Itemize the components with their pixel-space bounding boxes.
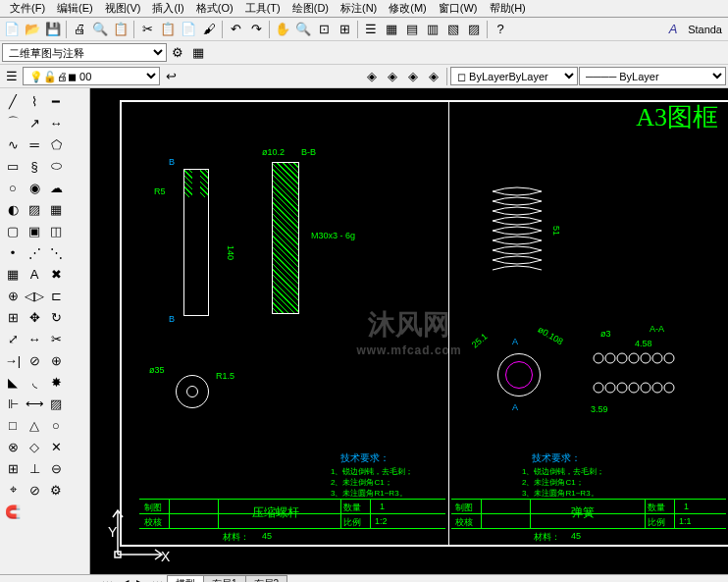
osnap-set-icon[interactable]: ⚙	[46, 480, 66, 500]
zoom-icon[interactable]: 🔍	[293, 20, 313, 39]
osnap-ins-icon[interactable]: ⊞	[3, 458, 23, 478]
layer-combo[interactable]: 💡🔓🖨◼ 00	[23, 67, 160, 85]
array-icon[interactable]: ⊞	[3, 307, 23, 327]
measure-icon[interactable]: ⋱	[46, 242, 66, 262]
lyr3-icon[interactable]: ◈	[403, 67, 423, 86]
xline-icon[interactable]: ↔	[46, 113, 66, 132]
new-icon[interactable]: 📄	[2, 20, 22, 39]
tab-next-icon[interactable]: ▶	[132, 577, 148, 582]
osnap-mid-icon[interactable]: △	[25, 415, 44, 435]
workspace-combo[interactable]: 二维草图与注释	[2, 43, 167, 62]
ellipse-icon[interactable]: ⬭	[46, 156, 66, 176]
ws-gear-icon[interactable]: ⚙	[168, 43, 187, 63]
redo-icon[interactable]: ↷	[246, 20, 266, 39]
table-icon[interactable]: ▦	[3, 264, 23, 284]
calc-icon[interactable]: ▨	[464, 20, 484, 39]
open-icon[interactable]: 📂	[23, 20, 42, 39]
undo-icon[interactable]: ↶	[226, 20, 245, 39]
ws-lock-icon[interactable]: ▦	[188, 43, 208, 63]
chamfer-icon[interactable]: ◣	[3, 372, 23, 392]
drawing-canvas[interactable]: A3图框 B B R5 140 ø10.2 B-B M30x3 - 6g ø35…	[90, 88, 728, 574]
zoom-ext-icon[interactable]: ⊡	[314, 20, 334, 39]
lyr1-icon[interactable]: ◈	[362, 67, 382, 86]
helix-icon[interactable]: §	[25, 156, 44, 176]
ray-icon[interactable]: ↗	[25, 113, 44, 132]
menu-draw[interactable]: 绘图(D)	[286, 0, 335, 17]
copy2-icon[interactable]: ⊕	[3, 286, 23, 305]
lyr2-icon[interactable]: ◈	[383, 67, 402, 86]
save-icon[interactable]: 💾	[43, 20, 63, 39]
extend-icon[interactable]: →|	[3, 350, 23, 370]
arc-icon[interactable]: ⌒	[3, 113, 23, 132]
osnap-node-icon[interactable]: ⊗	[3, 437, 23, 456]
join-icon[interactable]: ⊕	[46, 350, 66, 370]
hatch-icon[interactable]: ▨	[25, 199, 44, 219]
mline-icon[interactable]: ═	[25, 134, 44, 154]
osnap-end-icon[interactable]: □	[3, 415, 23, 435]
osnap-cen-icon[interactable]: ○	[46, 415, 66, 435]
menu-dim[interactable]: 标注(N)	[335, 0, 383, 17]
help-icon[interactable]: ?	[491, 20, 510, 39]
menu-window[interactable]: 窗口(W)	[433, 0, 484, 17]
menu-format[interactable]: 格式(O)	[190, 0, 239, 17]
zoom-win-icon[interactable]: ⊞	[335, 20, 354, 39]
tool-pal-icon[interactable]: ▤	[402, 20, 422, 39]
edit-hatch-icon[interactable]: ▨	[46, 394, 66, 413]
rect-icon[interactable]: ▭	[3, 156, 23, 176]
linetype-combo[interactable]: ──── ByLayer	[579, 67, 726, 85]
divide-icon[interactable]: ⋰	[25, 242, 44, 262]
wipeout-icon[interactable]: ◐	[3, 199, 23, 219]
menu-view[interactable]: 视图(V)	[99, 0, 147, 17]
circle-icon[interactable]: ○	[3, 178, 23, 197]
layer-prev-icon[interactable]: ↩	[161, 67, 181, 86]
stretch-icon[interactable]: ↔	[25, 329, 44, 348]
point-icon[interactable]: •	[3, 242, 23, 262]
cut-icon[interactable]: ✂	[137, 20, 157, 39]
lengthen-icon[interactable]: ⟷	[25, 394, 44, 413]
color-combo[interactable]: ◻ ByLayerByLayer	[450, 67, 578, 85]
cline-icon[interactable]: ━	[46, 91, 66, 111]
plot-icon[interactable]: 📋	[111, 20, 130, 39]
break-icon[interactable]: ⊘	[25, 350, 44, 370]
spline-icon[interactable]: ∿	[3, 134, 23, 154]
explode-icon[interactable]: ✸	[46, 372, 66, 392]
pline-icon[interactable]: ⌇	[25, 91, 44, 111]
erase-icon[interactable]: ✖	[46, 264, 66, 284]
grad-icon[interactable]: ▦	[46, 199, 66, 219]
menu-edit[interactable]: 编辑(E)	[51, 0, 99, 17]
donut-icon[interactable]: ◉	[25, 178, 44, 197]
offset-icon[interactable]: ⊏	[46, 286, 66, 305]
osnap-int-icon[interactable]: ✕	[46, 437, 66, 456]
markup-icon[interactable]: ▧	[443, 20, 463, 39]
pan-icon[interactable]: ✋	[273, 20, 292, 39]
sheet-icon[interactable]: ▥	[423, 20, 442, 39]
osnap-quad-icon[interactable]: ◇	[25, 437, 44, 456]
tab-last-icon[interactable]: ⏭	[148, 578, 167, 583]
trim-icon[interactable]: ✂	[46, 329, 66, 348]
design-icon[interactable]: ▦	[382, 20, 401, 39]
menu-insert[interactable]: 插入(I)	[146, 0, 189, 17]
preview-icon[interactable]: 🔍	[90, 20, 110, 39]
fillet-icon[interactable]: ◟	[25, 372, 44, 392]
move-icon[interactable]: ✥	[25, 307, 44, 327]
tab-layout2[interactable]: 布局2	[245, 575, 288, 583]
block-icon[interactable]: ◫	[46, 221, 66, 240]
layer-mgr-icon[interactable]: ☰	[2, 67, 22, 86]
osnap-none-icon[interactable]: ⊘	[25, 480, 44, 500]
region-icon[interactable]: ▢	[3, 221, 23, 240]
align-icon[interactable]: ⊩	[3, 394, 23, 413]
revcloud-icon[interactable]: ☁	[46, 178, 66, 197]
osnap-perp-icon[interactable]: ⊥	[25, 458, 44, 478]
menu-tools[interactable]: 工具(T)	[239, 0, 286, 17]
print-icon[interactable]: 🖨	[70, 20, 89, 39]
menu-help[interactable]: 帮助(H)	[484, 0, 532, 17]
tab-prev-icon[interactable]: ◀	[117, 577, 132, 582]
magnet-icon[interactable]: 🧲	[3, 502, 23, 521]
match-icon[interactable]: 🖌	[199, 20, 219, 39]
scale-icon[interactable]: ⤢	[3, 329, 23, 348]
osnap-near-icon[interactable]: ⌖	[3, 480, 23, 500]
boundary-icon[interactable]: ▣	[25, 221, 44, 240]
lyr4-icon[interactable]: ◈	[424, 67, 443, 86]
osnap-tan-icon[interactable]: ⊖	[46, 458, 66, 478]
rotate-icon[interactable]: ↻	[46, 307, 66, 327]
